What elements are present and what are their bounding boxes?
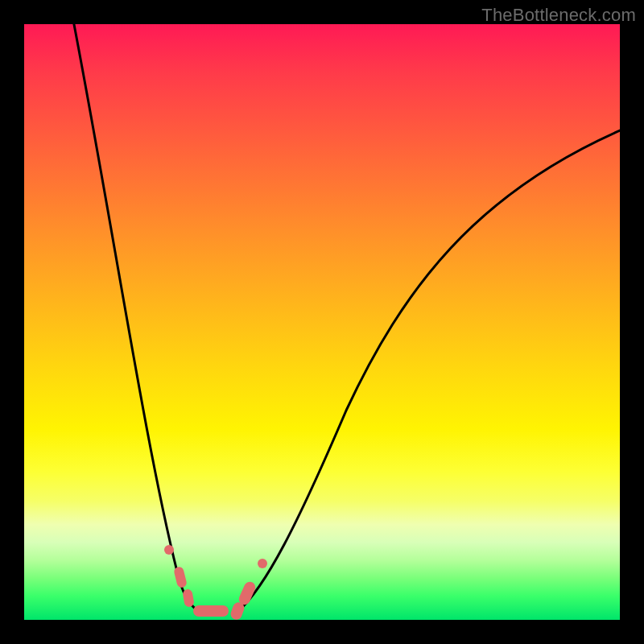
marker-dot — [164, 545, 174, 555]
marker-pill — [182, 588, 195, 608]
marker-dot — [258, 559, 267, 568]
left-curve — [72, 24, 197, 610]
marker-pill — [173, 566, 188, 588]
curves-layer — [24, 24, 620, 620]
marker-group — [164, 545, 267, 620]
watermark-text: TheBottleneck.com — [481, 5, 636, 26]
marker-pill — [193, 605, 229, 617]
right-curve — [237, 129, 620, 612]
chart-frame: TheBottleneck.com — [0, 0, 644, 644]
gradient-plot-area — [24, 24, 620, 620]
